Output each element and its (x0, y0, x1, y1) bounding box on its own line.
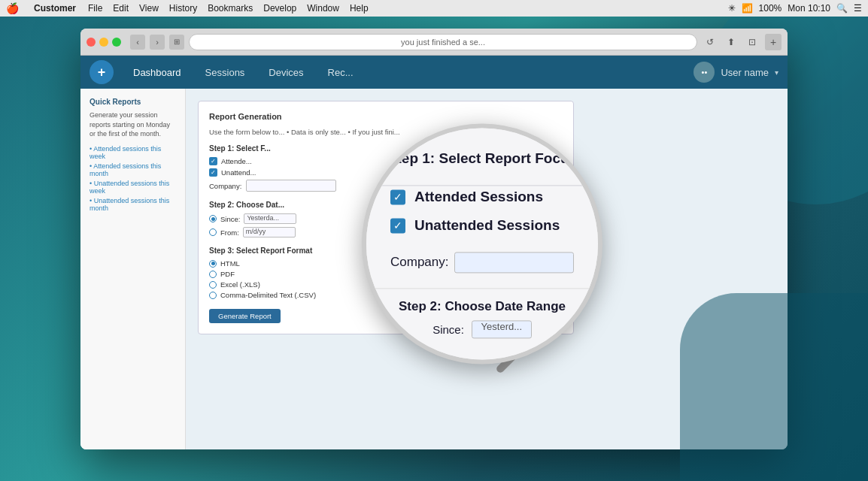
from-input[interactable]: m/d/yy (243, 227, 296, 237)
nav-recordings[interactable]: Rec... (316, 56, 366, 89)
browser-chrome: ‹ › ⊞ you just finished a se... ↺ ⬆ ⊡ + (80, 29, 788, 56)
address-bar[interactable]: you just finished a se... (189, 34, 697, 50)
mag-company-row: Company: (384, 252, 580, 273)
sidebar-link-3[interactable]: Unattended sessions this month (90, 197, 176, 212)
unattended-label: Unattend... (221, 168, 256, 177)
mag-company-input[interactable] (454, 252, 574, 273)
menu-items: File Edit View History Bookmarks Develop… (88, 3, 369, 14)
menu-develop[interactable]: Develop (263, 3, 296, 14)
minimize-button[interactable] (99, 38, 108, 47)
mag-unattended-label: Unattended Sessions (414, 217, 560, 234)
user-menu-chevron[interactable]: ▾ (775, 68, 778, 77)
sidebar-link-0[interactable]: Attended sessions this week (90, 145, 176, 160)
format-xls-label: Excel (.XLS) (220, 280, 260, 289)
company-input[interactable] (246, 180, 336, 192)
magnifier-content: Step 1: Select Report Focus ✓ Attended S… (366, 128, 598, 359)
format-pdf-radio[interactable] (209, 271, 217, 278)
traffic-lights (86, 38, 121, 47)
menu-help[interactable]: Help (350, 3, 369, 14)
from-radio[interactable] (209, 228, 217, 236)
mag-attended-row: ✓ Attended Sessions (384, 189, 580, 205)
close-button[interactable] (86, 38, 96, 47)
nav-right: •• User name ▾ (693, 62, 778, 83)
mag-unattended-row: ✓ Unattended Sessions (384, 217, 580, 234)
sidebar: Quick Reports Generate your session repo… (80, 89, 186, 449)
unattended-checkbox[interactable]: ✓ (209, 168, 217, 177)
mag-divider-2 (366, 288, 598, 289)
mag-since-row: Since: Yesterd... (384, 320, 580, 338)
format-pdf-label: PDF (220, 270, 235, 278)
address-text: you just finished a se... (401, 38, 485, 47)
fullscreen-button[interactable] (112, 38, 121, 47)
format-html-radio[interactable] (209, 260, 217, 268)
mag-since-value: Yesterd... (481, 321, 522, 332)
nav-devices[interactable]: Devices (256, 56, 315, 89)
report-panel-title: Report Generation (209, 112, 563, 121)
menubar-right: ✳ 📶 100% Mon 10:10 🔍 ☰ (728, 3, 862, 14)
since-radio[interactable] (209, 215, 217, 222)
mag-divider-1 (366, 185, 598, 186)
menu-bookmarks[interactable]: Bookmarks (208, 3, 253, 14)
attended-checkbox[interactable]: ✓ (209, 157, 217, 165)
from-label: From: (220, 228, 239, 237)
browser-actions: ↺ ⬆ ⊡ + (702, 34, 782, 50)
sidebar-description: Generate your session reports starting o… (90, 110, 176, 139)
menu-file[interactable]: File (88, 3, 102, 14)
nav-sessions[interactable]: Sessions (193, 56, 257, 89)
reload-icon[interactable]: ↺ (702, 34, 718, 50)
mag-step2-title: Step 2: Choose Date Range (384, 299, 580, 314)
app-name[interactable]: Customer (34, 3, 76, 14)
mag-step1-title: Step 1: Select Report Focus (384, 150, 580, 167)
magnifier-overlay: Step 1: Select Report Focus ✓ Attended S… (362, 123, 602, 364)
desktop: ‹ › ⊞ you just finished a se... ↺ ⬆ ⊡ + … (0, 17, 868, 481)
mag-since-label: Since: (432, 323, 464, 336)
nav-dashboard[interactable]: Dashboard (121, 56, 193, 89)
mag-since-input[interactable]: Yesterd... (472, 320, 532, 338)
sidebar-link-2[interactable]: Unattended sessions this week (90, 180, 176, 195)
new-tab-button[interactable]: + (765, 34, 782, 50)
list-icon[interactable]: ☰ (854, 3, 862, 14)
share-icon[interactable]: ⬆ (723, 34, 739, 50)
app-logo[interactable]: + (90, 60, 114, 84)
format-xls-radio[interactable] (209, 281, 217, 289)
from-placeholder: m/d/yy (246, 228, 266, 235)
copy-icon[interactable]: ⊡ (744, 34, 760, 50)
search-icon[interactable]: 🔍 (836, 3, 848, 14)
mag-attended-label: Attended Sessions (414, 189, 543, 205)
since-input[interactable]: Yesterda... (244, 213, 296, 224)
menu-edit[interactable]: Edit (113, 3, 129, 14)
app-nav: + Dashboard Sessions Devices Rec... •• U… (80, 56, 788, 89)
sidebar-title: Quick Reports (90, 98, 176, 106)
format-csv-label: Comma-Delimited Text (.CSV) (220, 291, 316, 299)
since-value: Yesterda... (247, 214, 279, 222)
mag-attended-checkbox[interactable]: ✓ (390, 189, 405, 204)
datetime-display: Mon 10:10 (788, 3, 830, 14)
sidebar-link-1[interactable]: Attended sessions this month (90, 162, 176, 177)
back-button[interactable]: ‹ (130, 35, 145, 50)
format-csv-radio[interactable] (209, 292, 217, 299)
format-html-label: HTML (220, 259, 240, 268)
menu-window[interactable]: Window (307, 3, 339, 14)
user-name-label: User name (721, 67, 769, 78)
since-label: Since: (220, 215, 240, 223)
bluetooth-icon: ✳ (728, 3, 736, 14)
company-label: Company: (209, 182, 241, 190)
wifi-icon: 📶 (742, 3, 753, 14)
forward-button[interactable]: › (150, 35, 165, 50)
battery-indicator: 100% (759, 3, 782, 14)
tab-overview-button[interactable]: ⊞ (169, 35, 184, 50)
menu-view[interactable]: View (139, 3, 159, 14)
attended-label: Attende... (221, 157, 252, 165)
user-avatar: •• (693, 62, 715, 83)
browser-window: ‹ › ⊞ you just finished a se... ↺ ⬆ ⊡ + … (80, 29, 788, 449)
mag-company-label: Company: (390, 255, 448, 270)
generate-report-button[interactable]: Generate Report (209, 309, 281, 323)
menu-history[interactable]: History (169, 3, 197, 14)
menubar: 🍎 Customer File Edit View History Bookma… (0, 0, 868, 17)
apple-menu[interactable]: 🍎 (6, 2, 19, 14)
mag-unattended-checkbox[interactable]: ✓ (390, 218, 405, 233)
